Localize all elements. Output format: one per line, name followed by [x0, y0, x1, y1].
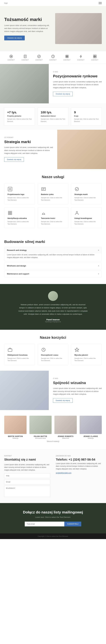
accordion-section: Budowanie silnej marki Research and stra…: [0, 234, 106, 284]
stat-desc-0: Sample text. Click to select the Text El…: [7, 118, 32, 122]
circle-icon: [9, 54, 13, 58]
contact-form: [4, 473, 50, 498]
svg-rect-11: [67, 55, 68, 56]
benefit-title-0: Efektywność kosztowa: [8, 354, 32, 356]
stat-value-1: 100 tys.: [41, 110, 66, 114]
visual-cta-button[interactable]: Dowiedz się więcej: [53, 398, 73, 403]
team-role-2: Właściciel: [55, 437, 77, 439]
logo: logo: [4, 2, 8, 4]
contact-message-input[interactable]: [4, 486, 50, 497]
accordion-header-1[interactable]: Wireframe and design +: [4, 262, 102, 269]
benefit-desc-2: Sample text. Click to select the Text El…: [74, 357, 98, 362]
svg-line-9: [53, 56, 54, 57]
check-icon: [37, 54, 41, 58]
benefit-desc-0: Sample text. Click to select the Text El…: [8, 357, 32, 362]
hero-image: [55, 13, 102, 44]
icon-label-1: CONTACT: [22, 59, 29, 61]
icon-item-4[interactable]: CONTACT: [63, 54, 71, 61]
newsletter-title: Dołącz do naszej listy mailingowej: [4, 510, 102, 514]
strategy-cta-button[interactable]: Dowiedz się więcej: [4, 157, 24, 162]
service-card-4: Tworzenie treści Sample text. Click to s…: [38, 207, 68, 228]
strategy-description: Lorem ipsum dolor sit amet, consectetur …: [4, 146, 53, 155]
svg-rect-26: [8, 211, 10, 213]
contact-description: Lorem ipsum dolor sit amet, consectetur …: [4, 464, 50, 472]
navbar: logo: [0, 0, 106, 6]
hamburger-button[interactable]: [99, 2, 102, 4]
benefit-icon-2: [74, 347, 79, 352]
icon-item-5[interactable]: CONTACT: [77, 54, 84, 61]
clock-icon: [51, 54, 55, 58]
icon-item-1[interactable]: CONTACT: [22, 54, 29, 61]
squares-icon: [93, 54, 97, 58]
svg-rect-28: [8, 213, 10, 215]
team-name-2: JENNIE ROBERTS: [55, 436, 77, 437]
stat-label-2: Kraje: [74, 115, 99, 117]
contact-email-input[interactable]: [4, 480, 50, 484]
benefits-grid: Efektywność kosztowa Sample text. Click …: [4, 344, 102, 365]
team-avatar-2: [55, 416, 77, 434]
accordion-label-0: Research and strategy: [7, 249, 27, 251]
team-grid: BERTIE NORTON Selekcja PALMA MATTIE Kier…: [4, 416, 102, 439]
contact-name-input[interactable]: [4, 473, 50, 478]
contact-phone-title: Telefon: +1 (324) 987-56-54: [56, 458, 102, 462]
service-card-0: Projektowanie logo Sample text. Click to…: [4, 183, 35, 204]
newsletter-description: Lorem text. Click to select the Text Ele…: [4, 516, 102, 518]
service-title-1: Badanie rynku: [41, 193, 65, 196]
visual-description: Lorem ipsum dolor sit amet, consectetur …: [53, 387, 102, 396]
icon-item-3[interactable]: CONTACT: [49, 54, 57, 61]
hamburger-line: [99, 2, 102, 2]
strategy-image-placeholder: [57, 130, 106, 169]
icon-item-2[interactable]: CONTACT: [35, 54, 43, 61]
strategy-content: CO ROBIMY Strategia marki Lorem ipsum do…: [0, 130, 57, 169]
testimonial-quote: Nelewe pretium diam, amet consect consec…: [18, 303, 88, 316]
pagination: Strona 6 kolekcji: [4, 439, 102, 444]
hero-cta-button[interactable]: Dowiedz się więcej: [4, 36, 25, 40]
stats-section: +7 tys. Projekty globalne Sample text. C…: [0, 104, 106, 130]
about-description: Lorem ipsum dolor sit amet, consectetur …: [53, 80, 102, 89]
team-card-2: JENNIE ROBERTS Właściciel: [55, 416, 77, 439]
svg-line-35: [43, 350, 44, 350]
icon-item-0[interactable]: CONTACT: [8, 54, 15, 61]
service-desc-5: Sample text. Click to select the Text El…: [74, 220, 98, 225]
testimonial-name: Pawel Iwanow: [4, 318, 102, 321]
contact-left: KONTAKT Skontaktuj się z nami Lorem ipsu…: [4, 455, 50, 498]
benefit-icon-0: [8, 347, 13, 352]
newsletter-subscribe-button[interactable]: SUBSKRYBUJ: [64, 522, 81, 526]
hero-description: Lorem ipsum dolor sit amet, consectetur …: [4, 24, 51, 33]
accordion-toggle-2[interactable]: +: [98, 273, 99, 275]
svg-rect-17: [93, 56, 95, 58]
team-card-3: JENNIE CLARKE Selekcja: [80, 416, 102, 439]
accordion-toggle-0[interactable]: +: [98, 249, 99, 251]
svg-rect-10: [66, 55, 67, 56]
stat-value-2: 9: [74, 110, 99, 114]
newsletter-email-input[interactable]: [25, 522, 64, 526]
svg-rect-12: [66, 56, 67, 58]
testimonial-role: Dyrekcja Artystyczna: [4, 321, 102, 323]
svg-marker-36: [75, 348, 79, 352]
service-desc-1: Sample text. Click to select the Text El…: [41, 196, 65, 201]
icon-label-0: CONTACT: [8, 59, 15, 61]
newsletter-section: Dołącz do naszej listy mailingowej Lorem…: [0, 503, 106, 534]
icon-item-6[interactable]: CONTACT: [91, 54, 98, 61]
accordion-header-2[interactable]: Maintenance and support +: [4, 270, 102, 277]
book-icon: [23, 54, 27, 58]
team-role-1: Kierownik biura: [29, 437, 52, 439]
strategy-image: [57, 130, 106, 169]
team-avatar-1: [29, 416, 52, 434]
contact-email-link[interactable]: projekt@projekt.com: [56, 472, 71, 474]
svg-point-20: [9, 188, 11, 190]
svg-point-1: [11, 56, 12, 57]
service-desc-3: Sample text. Click to select the Text El…: [8, 220, 32, 225]
about-cta-button[interactable]: Dowiedz się więcej: [53, 92, 73, 96]
contact-phone-desc: Lorem ipsum dolor sit amet, consectetur …: [56, 462, 102, 470]
stat-card-2: 9 Kraje Sample text. Click to select the…: [71, 108, 102, 126]
service-card-5: Usługi brandingowe Sample text. Click to…: [71, 207, 102, 228]
accordion-toggle-1[interactable]: +: [98, 265, 99, 267]
service-icon-1: [41, 186, 46, 192]
contact-tag: KONTAKT: [4, 455, 50, 456]
strategy-section: CO ROBIMY Strategia marki Lorem ipsum do…: [0, 130, 106, 169]
visual-content: O NAS Spójność wizualna Lorem ipsum dolo…: [49, 371, 106, 410]
benefit-card-0: Efektywność kosztowa Sample text. Click …: [4, 344, 35, 365]
accordion-header-0[interactable]: Research and strategy +: [4, 247, 102, 254]
hero-title: Tożsamość marki: [4, 17, 51, 22]
